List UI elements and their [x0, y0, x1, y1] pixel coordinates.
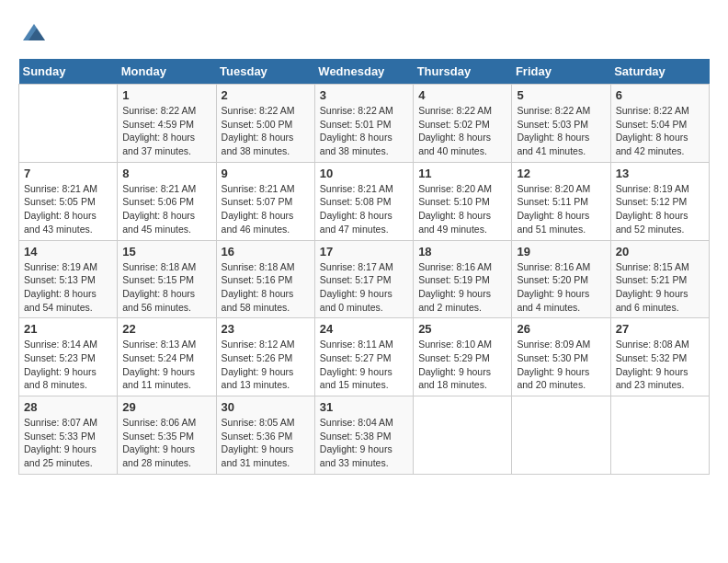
day-info: Sunrise: 8:21 AMSunset: 5:06 PMDaylight:…	[122, 182, 210, 236]
day-info: Sunrise: 8:10 AMSunset: 5:29 PMDaylight:…	[418, 338, 506, 392]
calendar-cell	[414, 396, 512, 475]
day-number: 27	[616, 322, 704, 336]
day-info: Sunrise: 8:07 AMSunset: 5:33 PMDaylight:…	[24, 416, 112, 470]
calendar-cell: 15 Sunrise: 8:18 AMSunset: 5:15 PMDaylig…	[118, 240, 216, 318]
calendar-cell: 29 Sunrise: 8:06 AMSunset: 5:35 PMDaylig…	[118, 396, 216, 475]
day-info: Sunrise: 8:21 AMSunset: 5:08 PMDaylight:…	[320, 182, 408, 236]
calendar-cell: 18 Sunrise: 8:16 AMSunset: 5:19 PMDaylig…	[414, 240, 512, 318]
calendar-week-row: 28 Sunrise: 8:07 AMSunset: 5:33 PMDaylig…	[19, 396, 710, 475]
day-number: 8	[122, 167, 210, 180]
day-info: Sunrise: 8:21 AMSunset: 5:07 PMDaylight:…	[222, 182, 310, 236]
calendar-cell: 4 Sunrise: 8:22 AMSunset: 5:02 PMDayligh…	[414, 85, 512, 163]
day-info: Sunrise: 8:22 AMSunset: 5:04 PMDaylight:…	[616, 104, 704, 158]
day-info: Sunrise: 8:19 AMSunset: 5:12 PMDaylight:…	[616, 182, 704, 236]
day-info: Sunrise: 8:22 AMSunset: 5:00 PMDaylight:…	[222, 104, 310, 158]
day-number: 14	[24, 245, 112, 259]
day-number: 30	[222, 400, 310, 414]
day-number: 25	[418, 322, 506, 336]
calendar-week-row: 1 Sunrise: 8:22 AMSunset: 4:59 PMDayligh…	[19, 85, 710, 163]
day-info: Sunrise: 8:04 AMSunset: 5:38 PMDaylight:…	[320, 416, 408, 470]
day-number: 21	[24, 322, 112, 336]
day-number: 6	[616, 88, 704, 102]
day-number: 3	[320, 88, 408, 102]
day-info: Sunrise: 8:22 AMSunset: 5:01 PMDaylight:…	[320, 104, 408, 158]
weekday-header-thursday: Thursday	[414, 59, 512, 85]
calendar-cell: 3 Sunrise: 8:22 AMSunset: 5:01 PMDayligh…	[314, 85, 413, 163]
day-info: Sunrise: 8:20 AMSunset: 5:10 PMDaylight:…	[418, 182, 506, 236]
day-info: Sunrise: 8:22 AMSunset: 5:03 PMDaylight:…	[517, 104, 605, 158]
calendar-cell: 9 Sunrise: 8:21 AMSunset: 5:07 PMDayligh…	[216, 162, 314, 240]
day-number: 10	[320, 167, 408, 180]
logo	[18, 18, 48, 50]
day-info: Sunrise: 8:16 AMSunset: 5:19 PMDaylight:…	[418, 260, 506, 315]
calendar-cell: 17 Sunrise: 8:17 AMSunset: 5:17 PMDaylig…	[314, 240, 413, 318]
calendar-cell	[610, 396, 709, 475]
calendar-cell: 14 Sunrise: 8:19 AMSunset: 5:13 PMDaylig…	[19, 240, 118, 318]
calendar-cell: 12 Sunrise: 8:20 AMSunset: 5:11 PMDaylig…	[512, 162, 610, 240]
calendar-cell	[19, 85, 118, 163]
day-info: Sunrise: 8:06 AMSunset: 5:35 PMDaylight:…	[122, 416, 210, 470]
calendar-cell: 16 Sunrise: 8:18 AMSunset: 5:16 PMDaylig…	[216, 240, 314, 318]
day-number: 31	[320, 400, 408, 414]
weekday-header-row: SundayMondayTuesdayWednesdayThursdayFrid…	[19, 59, 710, 85]
day-number: 29	[122, 400, 210, 414]
calendar-cell	[512, 396, 610, 475]
day-info: Sunrise: 8:17 AMSunset: 5:17 PMDaylight:…	[320, 260, 408, 315]
calendar-cell: 30 Sunrise: 8:05 AMSunset: 5:36 PMDaylig…	[216, 396, 314, 475]
calendar-cell: 13 Sunrise: 8:19 AMSunset: 5:12 PMDaylig…	[610, 162, 709, 240]
day-info: Sunrise: 8:22 AMSunset: 5:02 PMDaylight:…	[418, 104, 506, 158]
calendar-cell: 24 Sunrise: 8:11 AMSunset: 5:27 PMDaylig…	[314, 318, 413, 396]
day-number: 1	[122, 88, 210, 102]
weekday-header-tuesday: Tuesday	[216, 59, 314, 85]
day-info: Sunrise: 8:15 AMSunset: 5:21 PMDaylight:…	[616, 260, 704, 315]
day-info: Sunrise: 8:12 AMSunset: 5:26 PMDaylight:…	[222, 338, 310, 392]
calendar-cell: 31 Sunrise: 8:04 AMSunset: 5:38 PMDaylig…	[314, 396, 413, 475]
calendar-cell: 7 Sunrise: 8:21 AMSunset: 5:05 PMDayligh…	[19, 162, 118, 240]
calendar-cell: 26 Sunrise: 8:09 AMSunset: 5:30 PMDaylig…	[512, 318, 610, 396]
weekday-header-saturday: Saturday	[610, 59, 709, 85]
calendar-cell: 1 Sunrise: 8:22 AMSunset: 4:59 PMDayligh…	[118, 85, 216, 163]
day-number: 16	[222, 245, 310, 259]
calendar-cell: 20 Sunrise: 8:15 AMSunset: 5:21 PMDaylig…	[610, 240, 709, 318]
calendar-cell: 2 Sunrise: 8:22 AMSunset: 5:00 PMDayligh…	[216, 85, 314, 163]
calendar-cell: 21 Sunrise: 8:14 AMSunset: 5:23 PMDaylig…	[19, 318, 118, 396]
day-number: 24	[320, 322, 408, 336]
day-number: 15	[122, 245, 210, 259]
day-info: Sunrise: 8:09 AMSunset: 5:30 PMDaylight:…	[517, 338, 605, 392]
day-number: 11	[418, 167, 506, 180]
day-info: Sunrise: 8:16 AMSunset: 5:20 PMDaylight:…	[517, 260, 605, 315]
day-info: Sunrise: 8:22 AMSunset: 4:59 PMDaylight:…	[122, 104, 210, 158]
day-info: Sunrise: 8:05 AMSunset: 5:36 PMDaylight:…	[222, 416, 310, 470]
day-number: 19	[517, 245, 605, 259]
day-number: 2	[222, 88, 310, 102]
day-number: 22	[122, 322, 210, 336]
day-number: 13	[616, 167, 704, 180]
day-number: 12	[517, 167, 605, 180]
page-header	[18, 18, 710, 50]
calendar-cell: 5 Sunrise: 8:22 AMSunset: 5:03 PMDayligh…	[512, 85, 610, 163]
day-number: 28	[24, 400, 112, 414]
day-info: Sunrise: 8:13 AMSunset: 5:24 PMDaylight:…	[122, 338, 210, 392]
day-info: Sunrise: 8:18 AMSunset: 5:16 PMDaylight:…	[222, 260, 310, 315]
calendar-table: SundayMondayTuesdayWednesdayThursdayFrid…	[18, 59, 710, 475]
weekday-header-friday: Friday	[512, 59, 610, 85]
calendar-cell: 23 Sunrise: 8:12 AMSunset: 5:26 PMDaylig…	[216, 318, 314, 396]
calendar-cell: 28 Sunrise: 8:07 AMSunset: 5:33 PMDaylig…	[19, 396, 118, 475]
day-number: 18	[418, 245, 506, 259]
calendar-cell: 10 Sunrise: 8:21 AMSunset: 5:08 PMDaylig…	[314, 162, 413, 240]
day-info: Sunrise: 8:08 AMSunset: 5:32 PMDaylight:…	[616, 338, 704, 392]
calendar-week-row: 7 Sunrise: 8:21 AMSunset: 5:05 PMDayligh…	[19, 162, 710, 240]
day-info: Sunrise: 8:14 AMSunset: 5:23 PMDaylight:…	[24, 338, 112, 392]
calendar-cell: 6 Sunrise: 8:22 AMSunset: 5:04 PMDayligh…	[610, 85, 709, 163]
day-info: Sunrise: 8:21 AMSunset: 5:05 PMDaylight:…	[24, 182, 112, 236]
calendar-week-row: 14 Sunrise: 8:19 AMSunset: 5:13 PMDaylig…	[19, 240, 710, 318]
calendar-cell: 22 Sunrise: 8:13 AMSunset: 5:24 PMDaylig…	[118, 318, 216, 396]
calendar-cell: 11 Sunrise: 8:20 AMSunset: 5:10 PMDaylig…	[414, 162, 512, 240]
calendar-week-row: 21 Sunrise: 8:14 AMSunset: 5:23 PMDaylig…	[19, 318, 710, 396]
logo-icon	[20, 18, 48, 46]
day-number: 20	[616, 245, 704, 259]
day-info: Sunrise: 8:20 AMSunset: 5:11 PMDaylight:…	[517, 182, 605, 236]
day-info: Sunrise: 8:19 AMSunset: 5:13 PMDaylight:…	[24, 260, 112, 315]
day-number: 5	[517, 88, 605, 102]
day-number: 23	[222, 322, 310, 336]
